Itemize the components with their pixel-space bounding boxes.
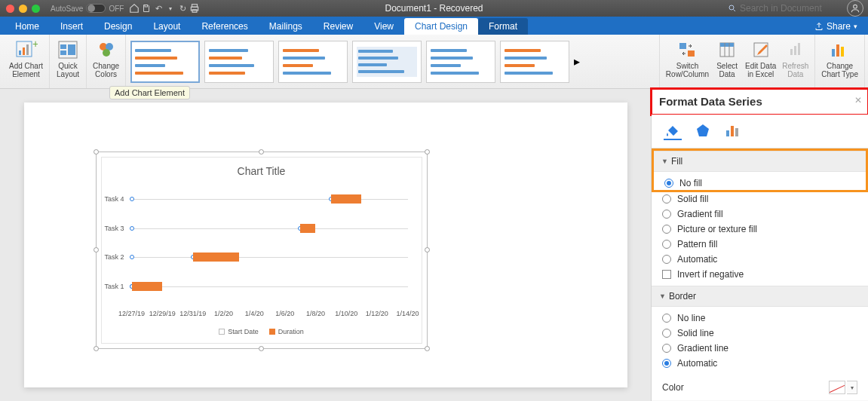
redo-icon[interactable]: ↻ bbox=[176, 2, 189, 14]
format-data-series-pane: Format Data Series ✕ ▼ Fill No fill Soli… bbox=[651, 89, 868, 401]
tab-insert[interactable]: Insert bbox=[50, 18, 94, 35]
fill-section-header[interactable]: ▼ Fill bbox=[654, 151, 866, 172]
document-title: Document1 - Recovered bbox=[385, 3, 483, 14]
fill-option-label: Pattern fill bbox=[677, 239, 717, 249]
chart-title[interactable]: Chart Title bbox=[102, 158, 422, 182]
border-color-picker[interactable]: ▾ bbox=[829, 381, 857, 394]
share-label: Share bbox=[827, 21, 851, 32]
page: Chart Title Task 4Task 3Task 2Task 1 12/… bbox=[24, 103, 627, 387]
bar-duration[interactable] bbox=[331, 194, 362, 204]
account-icon[interactable] bbox=[847, 0, 863, 17]
border-option-solid-line[interactable]: Solid line bbox=[662, 328, 857, 338]
save-icon[interactable] bbox=[140, 2, 152, 14]
home-icon[interactable] bbox=[128, 2, 140, 14]
resize-handle-tm[interactable] bbox=[259, 149, 264, 155]
chart-style-1[interactable] bbox=[130, 41, 200, 83]
share-button[interactable]: Share ▾ bbox=[808, 18, 863, 35]
bar-duration[interactable] bbox=[193, 253, 239, 262]
resize-handle-br[interactable] bbox=[425, 346, 430, 351]
x-tick-label: 1/8/20 bbox=[306, 310, 325, 317]
select-data-button[interactable]: Select Data bbox=[713, 38, 741, 80]
zoom-window-button[interactable] bbox=[32, 5, 40, 13]
tab-chart-design[interactable]: Chart Design bbox=[404, 18, 478, 35]
tab-mailings[interactable]: Mailings bbox=[259, 18, 313, 35]
svg-rect-34 bbox=[735, 128, 738, 136]
invert-if-negative-checkbox[interactable]: Invert if negative bbox=[662, 269, 857, 280]
close-window-button[interactable] bbox=[6, 5, 14, 13]
pane-close-button[interactable]: ✕ bbox=[854, 95, 862, 106]
resize-handle-ml[interactable] bbox=[94, 247, 99, 253]
chart-style-6[interactable] bbox=[500, 41, 569, 83]
fill-option-picture[interactable]: Picture or texture fill bbox=[662, 224, 857, 234]
quick-layout-icon bbox=[56, 39, 80, 60]
radio-icon bbox=[662, 210, 671, 219]
refresh-data-button[interactable]: Refresh Data bbox=[781, 38, 810, 80]
resize-handle-mr[interactable] bbox=[425, 247, 430, 253]
fill-option-solid[interactable]: Solid fill bbox=[662, 194, 857, 204]
svg-rect-25 bbox=[790, 49, 793, 55]
quick-layout-button[interactable]: Quick Layout bbox=[54, 38, 81, 80]
border-option-no-line[interactable]: No line bbox=[662, 313, 857, 323]
border-option-gradient-line[interactable]: Gradient line bbox=[662, 343, 857, 354]
fill-option-pattern[interactable]: Pattern fill bbox=[662, 239, 857, 249]
search-icon bbox=[728, 4, 737, 13]
svg-point-17 bbox=[103, 49, 110, 57]
invert-label: Invert if negative bbox=[677, 269, 744, 280]
tab-view[interactable]: View bbox=[363, 18, 404, 35]
radio-icon bbox=[662, 344, 671, 353]
chart-style-4[interactable] bbox=[352, 41, 422, 83]
edit-data-excel-icon bbox=[749, 39, 773, 60]
tab-home[interactable]: Home bbox=[5, 18, 50, 35]
tooltip: Add Chart Element bbox=[109, 86, 190, 99]
svg-rect-7 bbox=[19, 51, 21, 55]
series-options-tab[interactable] bbox=[724, 122, 742, 140]
fill-option-gradient[interactable]: Gradient fill bbox=[662, 209, 857, 219]
minimize-window-button[interactable] bbox=[19, 5, 27, 13]
search-input[interactable] bbox=[740, 3, 838, 14]
tab-review[interactable]: Review bbox=[313, 18, 363, 35]
tab-design[interactable]: Design bbox=[94, 18, 143, 35]
fill-line-tab[interactable] bbox=[664, 122, 682, 140]
edit-data-excel-button[interactable]: Edit Data in Excel bbox=[744, 38, 778, 80]
chart[interactable]: Chart Title Task 4Task 3Task 2Task 1 12/… bbox=[101, 157, 422, 344]
effects-tab[interactable] bbox=[694, 122, 712, 140]
chart-legend[interactable]: Start Date Duration bbox=[102, 328, 422, 335]
plot-area[interactable]: Task 4Task 3Task 2Task 1 bbox=[132, 185, 408, 301]
tab-format[interactable]: Format bbox=[478, 18, 528, 35]
change-colors-button[interactable]: Change Colors bbox=[91, 38, 121, 80]
x-tick-label: 1/2/20 bbox=[214, 310, 233, 317]
switch-row-column-button[interactable]: Switch Row/Column bbox=[664, 38, 710, 80]
border-option-label: No line bbox=[677, 313, 705, 323]
add-chart-element-button[interactable]: + Add Chart Element bbox=[8, 38, 44, 80]
resize-handle-bl[interactable] bbox=[94, 346, 99, 351]
resize-handle-bm[interactable] bbox=[259, 346, 264, 351]
legend-label-duration: Duration bbox=[278, 328, 304, 335]
fill-option-no-fill[interactable]: No fill bbox=[664, 178, 855, 188]
chevron-down-icon: ▼ bbox=[659, 292, 666, 300]
resize-handle-tl[interactable] bbox=[94, 149, 99, 155]
svg-rect-33 bbox=[731, 126, 734, 136]
undo-dropdown-icon[interactable]: ▾ bbox=[164, 2, 176, 14]
chart-selection[interactable]: Chart Title Task 4Task 3Task 2Task 1 12/… bbox=[96, 152, 428, 349]
autosave-toggle[interactable]: AutoSave OFF bbox=[51, 4, 124, 13]
resize-handle-tr[interactable] bbox=[425, 149, 430, 155]
switch-row-column-icon bbox=[675, 39, 699, 60]
chart-style-3[interactable] bbox=[278, 41, 348, 83]
document-canvas[interactable]: Chart Title Task 4Task 3Task 2Task 1 12/… bbox=[0, 89, 651, 401]
chart-style-2[interactable] bbox=[204, 41, 274, 83]
tab-layout[interactable]: Layout bbox=[143, 18, 191, 35]
search-field[interactable] bbox=[723, 3, 842, 14]
print-icon[interactable] bbox=[189, 2, 201, 14]
border-section-header[interactable]: ▼ Border bbox=[652, 286, 868, 307]
undo-icon[interactable]: ↶ bbox=[152, 2, 164, 14]
chart-styles-more-button[interactable]: ▸ bbox=[574, 54, 580, 69]
chart-style-5[interactable] bbox=[426, 41, 495, 83]
fill-option-automatic[interactable]: Automatic bbox=[662, 254, 857, 265]
change-chart-type-button[interactable]: Change Chart Type bbox=[820, 38, 860, 80]
tab-references[interactable]: References bbox=[191, 18, 258, 35]
svg-rect-32 bbox=[726, 130, 729, 136]
bar-duration[interactable] bbox=[300, 224, 315, 233]
border-option-automatic[interactable]: Automatic bbox=[662, 358, 857, 369]
color-dropdown-button[interactable]: ▾ bbox=[847, 381, 857, 394]
bar-duration[interactable] bbox=[132, 282, 163, 291]
